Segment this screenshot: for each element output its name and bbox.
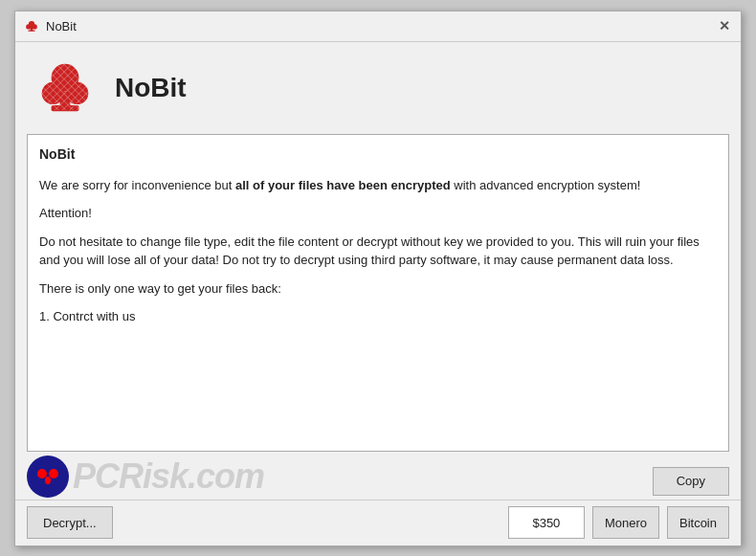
paragraph-5: 1. Contrct with us [39,307,717,326]
content-title: NoBit [39,145,717,165]
copy-button[interactable]: Copy [653,467,729,496]
monero-button[interactable]: Monero [592,506,659,539]
title-bar: NoBit ✕ [15,11,741,42]
text-content: NoBit We are sorry for inconvenience but… [39,145,717,326]
paragraph-4: There is only one way to get your files … [39,279,717,299]
paragraph-2: Attention! [39,204,717,223]
bitcoin-button[interactable]: Bitcoin [667,506,729,539]
bottom-bar: PCRisk.com Decrypt... Monero Bitcoin [15,500,741,545]
main-window: NoBit ✕ [14,11,742,546]
svg-rect-18 [31,54,100,122]
para1-prefix: We are sorry for inconvenience but [39,178,235,192]
app-logo [31,54,100,122]
svg-rect-4 [28,31,34,32]
decrypt-button[interactable]: Decrypt... [27,506,113,539]
para1-bold: all of your files have been encrypted [235,178,451,192]
main-area: NoBit We are sorry for inconvenience but… [15,134,741,463]
paragraph-1: We are sorry for inconvenience but all o… [39,176,717,195]
title-bar-text: NoBit [46,19,716,33]
title-bar-icon [23,17,40,34]
close-button[interactable]: ✕ [716,17,733,34]
ransom-text-box[interactable]: NoBit We are sorry for inconvenience but… [27,134,729,452]
header-area: NoBit [15,42,741,134]
app-title: NoBit [115,73,187,103]
paragraph-3: Do not hesitate to change file type, edi… [39,233,717,270]
para1-suffix: with advanced encryption system! [451,178,641,192]
price-input[interactable] [508,506,585,539]
copy-bar: Copy [15,463,741,500]
